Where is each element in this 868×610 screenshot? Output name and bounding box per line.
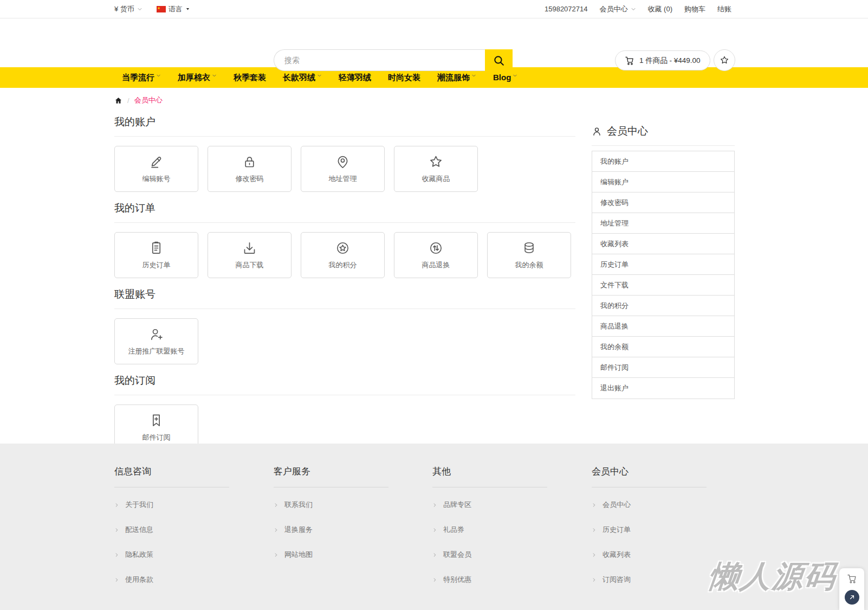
user-plus-icon bbox=[149, 327, 164, 342]
sidebar-item-returns[interactable]: 商品退换 bbox=[592, 316, 734, 337]
card-label: 我的余额 bbox=[515, 260, 543, 270]
wishlist-button[interactable] bbox=[714, 49, 735, 71]
nav-label: 长款羽绒 bbox=[283, 73, 315, 82]
nav-item-1[interactable]: 加厚棉衣 bbox=[178, 73, 217, 82]
card-reward-points[interactable]: 我的积分 bbox=[301, 232, 385, 278]
card-register-affiliate[interactable]: 注册推广联盟账号 bbox=[114, 318, 198, 364]
card-order-history[interactable]: 历史订单 bbox=[114, 232, 198, 278]
sidebar-item-newsletter[interactable]: 邮件订阅 bbox=[592, 357, 734, 378]
breadcrumb-separator: / bbox=[127, 97, 129, 105]
footer-link-label: 退换服务 bbox=[284, 525, 313, 535]
sidebar-item-logout[interactable]: 退出账户 bbox=[592, 378, 734, 399]
account-sidebar: 会员中心 我的账户 编辑账户 修改密码 地址管理 收藏列表 历史订单 文件下载 … bbox=[592, 115, 735, 399]
chevron-down-icon bbox=[212, 73, 217, 78]
cart-icon[interactable] bbox=[847, 574, 857, 584]
nav-item-6[interactable]: 潮流服饰 bbox=[437, 73, 476, 82]
footer-link-privacy-policy[interactable]: 隐私政策 bbox=[114, 542, 229, 567]
footer-link-about-us[interactable]: 关于我们 bbox=[114, 492, 229, 517]
home-icon[interactable] bbox=[114, 97, 122, 105]
member-center-menu[interactable]: 会员中心 bbox=[600, 4, 636, 14]
footer-link-wishlist[interactable]: 收藏列表 bbox=[592, 542, 707, 567]
footer-link-brands[interactable]: 品牌专区 bbox=[432, 492, 547, 517]
footer-link-specials[interactable]: 特别优惠 bbox=[432, 567, 547, 592]
footer-link-contact-us[interactable]: 联系我们 bbox=[274, 492, 388, 517]
card-downloads[interactable]: 商品下载 bbox=[208, 232, 292, 278]
card-label: 收藏商品 bbox=[422, 174, 450, 184]
sidebar-title: 会员中心 bbox=[592, 115, 735, 146]
chevron-right-icon bbox=[274, 503, 278, 508]
chevron-right-icon bbox=[274, 553, 278, 557]
currency-selector[interactable]: ¥ 货币 bbox=[114, 4, 142, 14]
member-center-label: 会员中心 bbox=[600, 4, 628, 14]
lock-icon bbox=[242, 155, 257, 169]
sidebar-item-reward-points[interactable]: 我的积分 bbox=[592, 296, 734, 316]
phone-number: 15982072714 bbox=[545, 5, 588, 13]
language-selector[interactable]: 语言 bbox=[157, 4, 190, 14]
nav-label: 潮流服饰 bbox=[437, 73, 470, 82]
sidebar-item-downloads[interactable]: 文件下载 bbox=[592, 275, 734, 296]
user-icon bbox=[592, 126, 602, 137]
footer-link-returns-service[interactable]: 退换服务 bbox=[274, 517, 388, 542]
chevron-down-icon bbox=[156, 73, 161, 78]
cart-summary-button[interactable]: 1 件商品 - ¥449.00 bbox=[615, 50, 710, 70]
language-label: 语言 bbox=[169, 4, 183, 14]
sidebar-item-address-management[interactable]: 地址管理 bbox=[592, 213, 734, 234]
footer-link-label: 联盟会员 bbox=[443, 550, 471, 560]
sidebar-menu: 我的账户 编辑账户 修改密码 地址管理 收藏列表 历史订单 文件下载 我的积分 … bbox=[592, 151, 735, 399]
nav-item-5[interactable]: 时尚女装 bbox=[388, 73, 420, 82]
footer-link-label: 特别优惠 bbox=[443, 575, 471, 585]
card-label: 地址管理 bbox=[329, 174, 357, 184]
nav-item-0[interactable]: 当季流行 bbox=[122, 73, 161, 82]
cart-link[interactable]: 购物车 bbox=[684, 4, 705, 14]
footer-link-gift-vouchers[interactable]: 礼品券 bbox=[432, 517, 547, 542]
content-area: 我的账户 编辑账号 修改密码 地址管理 收藏商品 我的订单 历史 bbox=[0, 115, 868, 451]
footer-link-newsletter[interactable]: 订阅咨询 bbox=[592, 567, 707, 592]
nav-item-2[interactable]: 秋季套装 bbox=[234, 73, 266, 82]
nav-label: 当季流行 bbox=[122, 73, 154, 82]
card-address-management[interactable]: 地址管理 bbox=[301, 146, 385, 192]
nav-item-4[interactable]: 轻薄羽绒 bbox=[339, 73, 371, 82]
footer-link-label: 历史订单 bbox=[603, 525, 631, 535]
sidebar-item-edit-account[interactable]: 编辑账户 bbox=[592, 172, 734, 192]
footer-link-affiliates[interactable]: 联盟会员 bbox=[432, 542, 547, 567]
nav-item-3[interactable]: 长款羽绒 bbox=[283, 73, 322, 82]
sidebar-item-wishlist[interactable]: 收藏列表 bbox=[592, 234, 734, 254]
sidebar-item-my-account[interactable]: 我的账户 bbox=[592, 151, 734, 172]
card-label: 商品下载 bbox=[236, 260, 264, 270]
sidebar-item-change-password[interactable]: 修改密码 bbox=[592, 192, 734, 213]
footer-link-member-center[interactable]: 会员中心 bbox=[592, 492, 707, 517]
nav-item-7[interactable]: Blog bbox=[493, 73, 517, 82]
chevron-right-icon bbox=[432, 528, 437, 532]
card-returns[interactable]: 商品退换 bbox=[394, 232, 478, 278]
section-title-my-account: 我的账户 bbox=[114, 115, 575, 137]
card-wishlist-products[interactable]: 收藏商品 bbox=[394, 146, 478, 192]
wishlist-link[interactable]: 收藏 (0) bbox=[648, 4, 673, 14]
card-row: 注册推广联盟账号 bbox=[114, 318, 575, 364]
sidebar-item-order-history[interactable]: 历史订单 bbox=[592, 254, 734, 275]
card-label: 邮件订阅 bbox=[142, 433, 171, 442]
chevron-right-icon bbox=[114, 528, 119, 532]
chevron-right-icon bbox=[432, 503, 437, 508]
breadcrumb-current[interactable]: 会员中心 bbox=[134, 95, 163, 105]
footer-link-order-history[interactable]: 历史订单 bbox=[592, 517, 707, 542]
search-input[interactable] bbox=[274, 49, 485, 71]
footer-link-delivery-info[interactable]: 配送信息 bbox=[114, 517, 229, 542]
card-row: 历史订单 商品下载 我的积分 商品退换 我的余额 bbox=[114, 232, 575, 278]
card-edit-account[interactable]: 编辑账号 bbox=[114, 146, 198, 192]
back-to-top-button[interactable] bbox=[845, 590, 859, 605]
search-button[interactable] bbox=[485, 49, 513, 71]
download-icon bbox=[242, 241, 257, 255]
chevron-right-icon bbox=[432, 577, 437, 582]
checkout-link[interactable]: 结账 bbox=[717, 4, 731, 14]
coins-icon bbox=[522, 241, 536, 255]
footer: 信息咨询 关于我们 配送信息 隐私政策 使用条款 客户服务 联系我们 退换服务 … bbox=[0, 444, 868, 610]
chevron-right-icon bbox=[592, 528, 597, 532]
chevron-right-icon bbox=[592, 553, 597, 557]
card-balance[interactable]: 我的余额 bbox=[487, 232, 571, 278]
footer-column-title: 其他 bbox=[432, 465, 547, 487]
footer-link-sitemap[interactable]: 网站地图 bbox=[274, 542, 388, 567]
card-change-password[interactable]: 修改密码 bbox=[208, 146, 292, 192]
footer-link-terms[interactable]: 使用条款 bbox=[114, 567, 229, 592]
sidebar-item-balance[interactable]: 我的余额 bbox=[592, 337, 734, 357]
star-icon bbox=[720, 55, 729, 65]
